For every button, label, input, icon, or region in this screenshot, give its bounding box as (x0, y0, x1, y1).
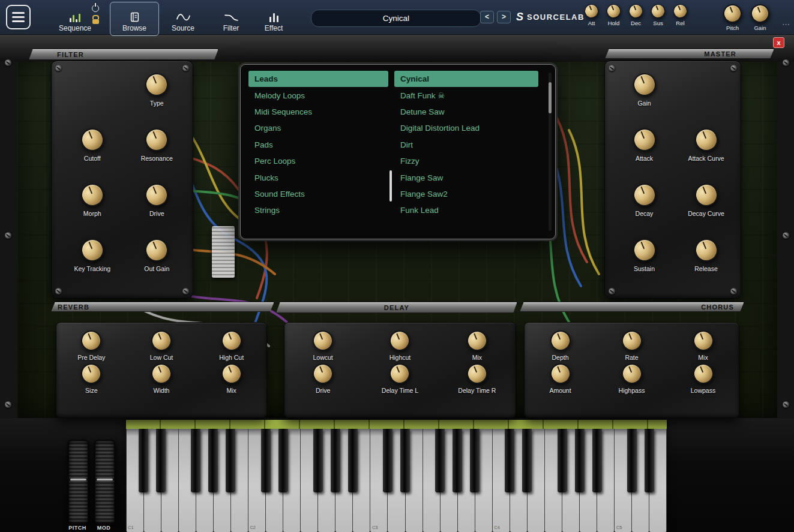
resonance-knob[interactable] (142, 125, 172, 154)
preset-cynical[interactable]: Cynical (394, 71, 538, 87)
category-melody-loops[interactable]: Melody Loops (248, 87, 388, 103)
master-gain-knob[interactable] (630, 70, 659, 99)
preset-fizzy[interactable]: Fizzy (394, 153, 538, 169)
pre-delay-knob[interactable] (78, 327, 104, 354)
preset-scrollbar-thumb[interactable] (549, 82, 552, 113)
black-key[interactable] (592, 429, 602, 492)
category-perc-loops[interactable]: Perc Loops (248, 153, 388, 169)
cutoff-knob[interactable] (77, 125, 107, 154)
power-icon[interactable] (92, 5, 99, 12)
attack-curve-knob[interactable] (691, 125, 721, 154)
low-cut-knob[interactable] (148, 327, 175, 354)
delay-time-r-knob[interactable] (464, 360, 490, 387)
preset-name-field[interactable] (311, 10, 481, 27)
highpass-knob[interactable] (618, 360, 645, 387)
nav-filter[interactable]: Filter (209, 2, 253, 36)
delay-lowcut-knob[interactable] (310, 327, 336, 354)
black-key[interactable] (435, 429, 445, 492)
size-knob[interactable] (78, 360, 104, 387)
category-strings[interactable]: Strings (248, 202, 388, 218)
delay-highcut-knob[interactable] (386, 327, 413, 354)
category-leads[interactable]: Leads (248, 71, 388, 87)
preset-dirt[interactable]: Dirt (394, 137, 538, 153)
black-key[interactable] (139, 429, 148, 492)
menu-button[interactable] (6, 5, 31, 29)
nav-browse[interactable]: Browse (110, 2, 159, 36)
pitch-knob[interactable] (720, 1, 744, 25)
black-key[interactable] (558, 429, 567, 492)
high-cut-knob[interactable] (218, 327, 245, 354)
black-key[interactable] (278, 429, 288, 492)
black-key[interactable] (348, 429, 358, 492)
reverb-mix-knob[interactable] (218, 360, 245, 387)
hold-knob[interactable] (605, 2, 623, 20)
next-preset-button[interactable]: > (497, 11, 511, 23)
nav-label-sequence: Sequence (59, 24, 91, 32)
rel-knob[interactable] (672, 2, 690, 20)
morph-knob[interactable] (77, 180, 107, 209)
category-plucks[interactable]: Plucks (248, 169, 388, 185)
black-key[interactable] (261, 429, 271, 492)
sus-knob[interactable] (649, 2, 667, 20)
toolbar-gain-knob[interactable] (748, 1, 772, 25)
depth-knob[interactable] (547, 327, 573, 354)
black-key[interactable] (226, 429, 235, 492)
black-key[interactable] (575, 429, 585, 492)
black-key[interactable] (156, 429, 166, 492)
mod-wheel[interactable] (94, 440, 115, 524)
close-button[interactable]: x (773, 37, 784, 48)
release-knob[interactable] (691, 235, 721, 265)
preset-scrollbar-track[interactable] (549, 73, 552, 231)
preset-digital-distortion-lead[interactable]: Digital Distortion Lead (394, 120, 538, 136)
category-organs[interactable]: Organs (248, 120, 388, 136)
out-gain-knob[interactable] (142, 235, 172, 265)
keyboard-scroll-strip[interactable] (126, 420, 667, 429)
black-key[interactable] (208, 429, 218, 492)
category-scrollbar[interactable] (389, 170, 392, 202)
decay-curve-knob[interactable] (691, 180, 721, 209)
black-key[interactable] (313, 429, 323, 492)
category-pads[interactable]: Pads (248, 137, 388, 153)
dec-knob[interactable] (627, 2, 645, 20)
key-tracking-knob[interactable] (77, 235, 107, 265)
attack-knob[interactable] (630, 125, 659, 154)
black-key[interactable] (191, 429, 200, 492)
overflow-icon[interactable]: ⋯ (782, 20, 790, 29)
synth-chassis: FILTER MASTER REVERB DELAY CHORUS Type C… (0, 34, 794, 532)
black-key[interactable] (627, 429, 637, 492)
black-key[interactable] (645, 429, 654, 492)
preset-daft-funk[interactable]: Daft Funk ☠ (394, 87, 538, 103)
preset-detune-saw[interactable]: Detune Saw (394, 104, 538, 120)
black-key[interactable] (453, 429, 462, 492)
filter-drive-knob[interactable] (142, 180, 172, 209)
black-key[interactable] (383, 429, 392, 492)
lowpass-knob[interactable] (690, 360, 716, 387)
black-key[interactable] (505, 429, 514, 492)
menu-icon-bar (12, 20, 25, 22)
type-knob[interactable] (142, 70, 172, 99)
nav-effect[interactable]: Effect (251, 2, 296, 36)
delay-drive-knob[interactable] (310, 360, 336, 387)
black-key[interactable] (470, 429, 480, 492)
att-knob[interactable] (583, 2, 601, 20)
width-knob[interactable] (148, 360, 175, 387)
pitch-wheel[interactable] (68, 440, 89, 524)
chorus-mix-knob[interactable] (690, 327, 716, 354)
sustain-knob[interactable] (630, 235, 659, 265)
prev-preset-button[interactable]: < (480, 11, 494, 23)
plugin-window: Sequence Browse Source Filter E (0, 0, 794, 532)
preset-flange-saw2[interactable]: Flange Saw2 (394, 186, 538, 202)
amount-knob[interactable] (547, 360, 573, 387)
preset-flange-saw[interactable]: Flange Saw (394, 169, 538, 185)
black-key[interactable] (522, 429, 532, 492)
delay-mix-knob[interactable] (464, 327, 490, 354)
category-sound-effects[interactable]: Sound Effects (248, 186, 388, 202)
category-midi-sequences[interactable]: Midi Sequences (248, 104, 388, 120)
black-key[interactable] (331, 429, 340, 492)
nav-source[interactable]: Source (161, 2, 205, 36)
decay-knob[interactable] (630, 180, 659, 209)
delay-time-l-knob[interactable] (386, 360, 413, 387)
rate-knob[interactable] (618, 327, 645, 354)
black-key[interactable] (400, 429, 410, 492)
preset-funk-lead[interactable]: Funk Lead (394, 202, 538, 218)
